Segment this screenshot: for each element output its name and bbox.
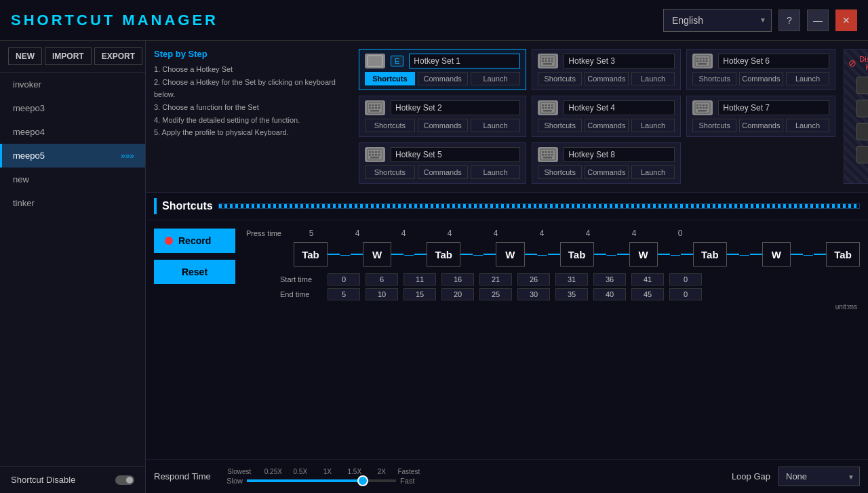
import-button[interactable]: IMPORT [45, 47, 92, 65]
help-button[interactable]: ? [778, 9, 800, 31]
shortcuts-header: Shortcuts [146, 193, 868, 220]
sidebar-item-tinker[interactable]: tinker [0, 191, 145, 215]
end-time-0[interactable] [328, 288, 360, 300]
hs6-shortcuts-btn[interactable]: Shortcuts [692, 72, 736, 85]
minimize-button[interactable]: — [807, 9, 829, 31]
key-w-3[interactable]: W [762, 242, 791, 267]
sidebar-item-new[interactable]: new [0, 167, 145, 191]
end-time-1[interactable] [366, 288, 398, 300]
hotkey-name-input-5[interactable] [391, 147, 520, 162]
hs7-commands-btn[interactable]: Commands [739, 119, 783, 132]
hs6-launch-btn[interactable]: Launch [786, 72, 830, 85]
hs2-commands-btn[interactable]: Commands [418, 119, 468, 132]
language-dropdown[interactable]: English 中文 [663, 9, 772, 32]
hs1-commands-btn[interactable]: Commands [418, 72, 468, 85]
start-time-3[interactable] [441, 273, 474, 285]
svg-rect-79 [543, 157, 552, 159]
end-time-2[interactable] [403, 288, 436, 300]
sidebar-item-invoker[interactable]: invoker [0, 73, 145, 96]
hotkey-name-input-2[interactable] [391, 100, 520, 115]
key-w-2[interactable]: W [629, 242, 658, 267]
end-time-9[interactable] [669, 288, 702, 300]
hs2-shortcuts-btn[interactable]: Shortcuts [365, 119, 415, 132]
hs5-launch-btn[interactable]: Launch [471, 165, 521, 179]
hotkey-name-input-4[interactable] [564, 100, 675, 115]
key-tab-3[interactable]: Tab [693, 242, 727, 267]
start-time-row: Start time [280, 273, 860, 285]
hotkey-name-input-8[interactable] [564, 147, 675, 162]
sidebar-item-meepo3[interactable]: meepo3 [0, 96, 145, 120]
end-time-7[interactable] [593, 288, 626, 300]
hs1-launch-btn[interactable]: Launch [471, 72, 521, 85]
close-button[interactable]: ✕ [835, 9, 857, 31]
hotkey-set-8[interactable]: Shortcuts Commands Launch [532, 142, 681, 184]
key-tab-0[interactable]: Tab [294, 242, 328, 267]
hotkey-name-input-6[interactable] [718, 54, 829, 68]
end-time-4[interactable] [479, 288, 512, 300]
hs5-shortcuts-btn[interactable]: Shortcuts [365, 165, 415, 179]
new-button[interactable]: NEW [8, 47, 42, 65]
hotkey-set-6[interactable]: Shortcuts Commands Launch [686, 49, 835, 90]
hotkey-name-input-3[interactable] [564, 54, 675, 68]
loop-gap-label: Loop Gap [732, 471, 770, 481]
sidebar-item-meepo5[interactable]: meepo5 »»» [0, 144, 145, 167]
start-time-0[interactable] [328, 273, 360, 285]
hotkey-set-7[interactable]: Shortcuts Commands Launch [686, 96, 835, 137]
hs8-launch-btn[interactable]: Launch [631, 165, 675, 179]
respond-time-slider[interactable] [247, 479, 396, 482]
end-time-3[interactable] [441, 288, 474, 300]
start-time-9[interactable] [669, 273, 702, 285]
hs6-commands-btn[interactable]: Commands [739, 72, 783, 85]
end-time-5[interactable] [517, 288, 550, 300]
hs8-shortcuts-btn[interactable]: Shortcuts [538, 165, 582, 179]
sidebar-toolbar: NEW IMPORT EXPORT [0, 41, 145, 73]
connector-12 [727, 254, 739, 255]
slow-label: Slow [226, 477, 243, 485]
speed-2x: 2X [368, 468, 395, 475]
hs5-commands-btn[interactable]: Commands [418, 165, 468, 179]
language-select[interactable]: English 中文 [663, 9, 772, 32]
hotkey-set-5[interactable]: Shortcuts Commands Launch [359, 142, 526, 184]
start-time-4[interactable] [479, 273, 512, 285]
svg-rect-67 [375, 154, 377, 156]
hotkey-set-4[interactable]: Shortcuts Commands Launch [532, 96, 681, 137]
loop-gap-select-wrapper[interactable]: None 100ms 200ms 500ms 1s 2s 5s [778, 467, 860, 486]
hotkey-set-2[interactable]: Shortcuts Commands Launch [359, 96, 526, 137]
hs4-commands-btn[interactable]: Commands [585, 119, 629, 132]
hotkey-set-3[interactable]: Shortcuts Commands Launch [532, 49, 681, 90]
start-time-1[interactable] [366, 273, 398, 285]
hs4-shortcuts-btn[interactable]: Shortcuts [538, 119, 582, 132]
hs7-launch-btn[interactable]: Launch [786, 119, 830, 132]
start-time-5[interactable] [517, 273, 550, 285]
hs8-commands-btn[interactable]: Commands [585, 165, 629, 179]
start-time-8[interactable] [631, 273, 664, 285]
hs1-shortcuts-btn[interactable]: Shortcuts [365, 72, 415, 85]
connector-1 [351, 254, 363, 255]
hotkey-name-input-7[interactable] [718, 100, 829, 115]
end-time-8[interactable] [631, 288, 664, 300]
hs7-shortcuts-btn[interactable]: Shortcuts [692, 119, 736, 132]
hotkey-name-input-1[interactable] [409, 54, 520, 68]
key-tab-1[interactable]: Tab [427, 242, 460, 267]
start-time-7[interactable] [593, 273, 626, 285]
svg-rect-1 [369, 58, 371, 60]
key-tab-4[interactable]: Tab [826, 242, 860, 267]
record-button[interactable]: Record [154, 229, 235, 253]
start-time-2[interactable] [403, 273, 436, 285]
hs3-shortcuts-btn[interactable]: Shortcuts [538, 72, 582, 85]
export-button[interactable]: EXPORT [94, 47, 142, 65]
key-w-0[interactable]: W [363, 242, 391, 267]
reset-button[interactable]: Reset [154, 260, 235, 284]
end-time-6[interactable] [555, 288, 588, 300]
sidebar-item-meepo4[interactable]: meepo4 [0, 120, 145, 144]
start-time-6[interactable] [555, 273, 588, 285]
hotkey-set-1[interactable]: E Shortcuts Commands Launch [359, 49, 526, 90]
hs3-commands-btn[interactable]: Commands [585, 72, 629, 85]
key-w-1[interactable]: W [496, 242, 524, 267]
hs3-launch-btn[interactable]: Launch [631, 72, 675, 85]
key-tab-2[interactable]: Tab [560, 242, 594, 267]
loop-gap-select[interactable]: None 100ms 200ms 500ms 1s 2s 5s [778, 467, 860, 486]
hs4-launch-btn[interactable]: Launch [631, 119, 675, 132]
hs2-launch-btn[interactable]: Launch [471, 119, 521, 132]
shortcut-disable-toggle[interactable] [115, 475, 134, 485]
